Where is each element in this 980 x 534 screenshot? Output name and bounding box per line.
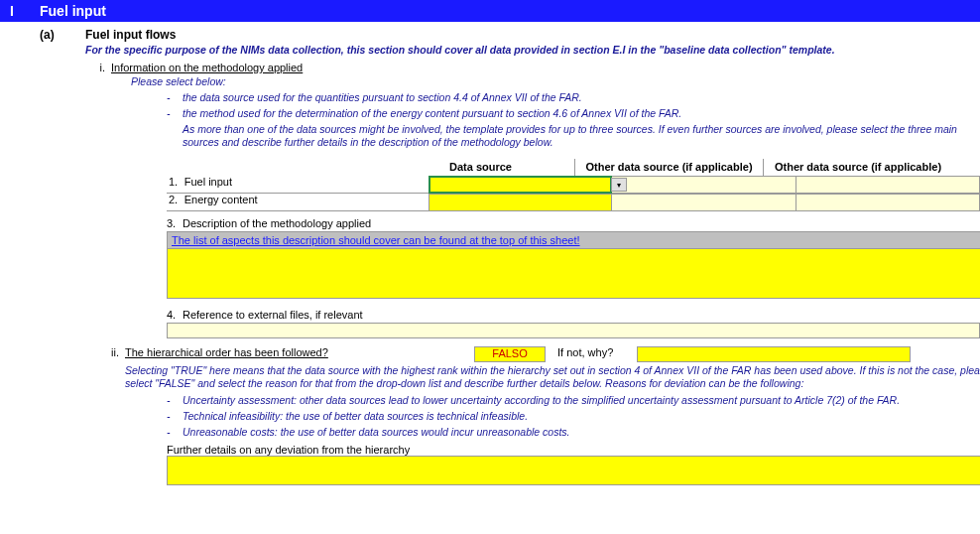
row-2-num: 2. <box>167 194 183 211</box>
row-2-label: Energy content <box>183 194 429 211</box>
external-files-input[interactable] <box>167 323 980 338</box>
methodology-description-input[interactable] <box>167 249 980 299</box>
item-ii-num: ii. <box>99 346 119 358</box>
section-code: I <box>10 3 40 19</box>
hint-link[interactable]: The list of aspects this description sho… <box>172 234 580 246</box>
reason-infeasibility: Technical infeasibility: the use of bett… <box>183 410 528 422</box>
dash-icon: - <box>167 410 179 422</box>
further-details-label: Further details on any deviation from th… <box>167 444 980 456</box>
col-header-other-1: Other data source (if applicable) <box>575 159 764 176</box>
fuel-input-data-source-select[interactable]: ▾ <box>429 176 612 194</box>
section-header: I Fuel input <box>0 0 980 22</box>
dash-icon: - <box>167 426 179 438</box>
why-label: If not, why? <box>557 346 637 358</box>
item-i-num: i. <box>85 62 105 73</box>
further-details-input[interactable] <box>167 456 980 485</box>
subsection-title: Fuel input flows <box>85 28 176 42</box>
col-header-other-2: Other data source (if applicable) <box>764 159 952 176</box>
hierarchy-question: The hierarchical order has been followed… <box>125 346 474 358</box>
dash-icon: - <box>167 107 179 119</box>
section-title: Fuel input <box>40 3 106 19</box>
bullet-note: As more than one of the data sources mig… <box>167 123 980 149</box>
please-select: Please select below: <box>131 75 980 87</box>
energy-content-other-1[interactable] <box>612 194 796 211</box>
dash-icon: - <box>167 91 179 103</box>
bullet-data-source: the data source used for the quantities … <box>183 91 582 103</box>
row-4-label: Reference to external files, if relevant <box>183 309 363 321</box>
bullet-method: the method used for the determination of… <box>183 107 681 119</box>
dropdown-arrow-icon[interactable]: ▾ <box>611 178 627 192</box>
row-1-num: 1. <box>167 176 183 194</box>
subsection-note: For the specific purpose of the NIMs dat… <box>85 44 980 56</box>
row-3-num: 3. <box>167 217 183 229</box>
reason-costs: Unreasonable costs: the use of better da… <box>183 426 569 438</box>
subsection-letter: (a) <box>40 28 85 42</box>
fuel-input-other-2[interactable] <box>796 176 980 194</box>
row-3-label: Description of the methodology applied <box>183 217 371 229</box>
dash-icon: - <box>167 394 179 406</box>
col-header-data-source: Data source <box>387 159 575 176</box>
hierarchy-note: Selecting "TRUE" here means that the dat… <box>125 364 980 389</box>
hint-bar: The list of aspects this description sho… <box>167 231 980 249</box>
fuel-input-other-1[interactable] <box>612 176 796 194</box>
energy-content-data-source[interactable] <box>429 194 612 211</box>
item-i-title: Information on the methodology applied <box>111 62 303 73</box>
energy-content-other-2[interactable] <box>796 194 980 211</box>
why-reason-select[interactable] <box>637 346 911 362</box>
hierarchy-answer-select[interactable]: FALSO <box>474 346 546 362</box>
row-4-num: 4. <box>167 309 183 321</box>
reason-uncertainty: Uncertainty assessment: other data sourc… <box>183 394 900 406</box>
row-1-label: Fuel input <box>183 176 429 194</box>
